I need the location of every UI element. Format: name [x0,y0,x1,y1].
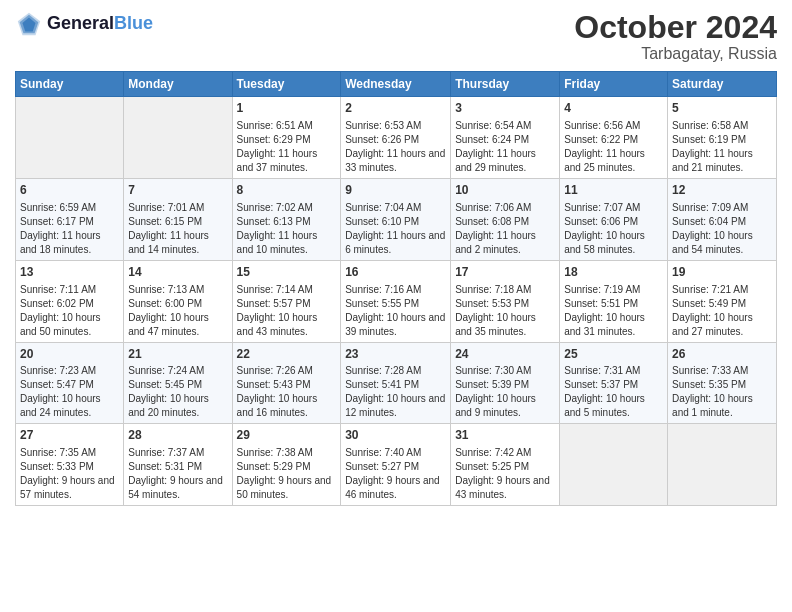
week-row-4: 27Sunrise: 7:35 AMSunset: 5:33 PMDayligh… [16,424,777,506]
day-number: 10 [455,182,555,199]
calendar-cell: 31Sunrise: 7:42 AMSunset: 5:25 PMDayligh… [451,424,560,506]
daylight-text: Daylight: 9 hours and 50 minutes. [237,475,332,500]
header-row: SundayMondayTuesdayWednesdayThursdayFrid… [16,72,777,97]
calendar-cell: 20Sunrise: 7:23 AMSunset: 5:47 PMDayligh… [16,342,124,424]
sunset-text: Sunset: 5:43 PM [237,379,311,390]
calendar-cell: 30Sunrise: 7:40 AMSunset: 5:27 PMDayligh… [341,424,451,506]
sunrise-text: Sunrise: 7:40 AM [345,447,421,458]
sunset-text: Sunset: 5:41 PM [345,379,419,390]
sunset-text: Sunset: 6:10 PM [345,216,419,227]
logo-icon [15,10,43,38]
day-header-saturday: Saturday [668,72,777,97]
day-number: 17 [455,264,555,281]
calendar-cell: 11Sunrise: 7:07 AMSunset: 6:06 PMDayligh… [560,178,668,260]
day-number: 26 [672,346,772,363]
sunrise-text: Sunrise: 7:38 AM [237,447,313,458]
sunrise-text: Sunrise: 6:54 AM [455,120,531,131]
daylight-text: Daylight: 11 hours and 21 minutes. [672,148,753,173]
calendar-cell: 9Sunrise: 7:04 AMSunset: 6:10 PMDaylight… [341,178,451,260]
day-number: 25 [564,346,663,363]
sunrise-text: Sunrise: 6:56 AM [564,120,640,131]
sunset-text: Sunset: 6:26 PM [345,134,419,145]
daylight-text: Daylight: 11 hours and 14 minutes. [128,230,209,255]
day-number: 5 [672,100,772,117]
day-number: 30 [345,427,446,444]
sunset-text: Sunset: 5:55 PM [345,298,419,309]
title-block: October 2024 Tarbagatay, Russia [574,10,777,63]
day-number: 8 [237,182,337,199]
daylight-text: Daylight: 10 hours and 35 minutes. [455,312,536,337]
daylight-text: Daylight: 10 hours and 54 minutes. [672,230,753,255]
sunrise-text: Sunrise: 7:02 AM [237,202,313,213]
calendar-cell: 21Sunrise: 7:24 AMSunset: 5:45 PMDayligh… [124,342,232,424]
location: Tarbagatay, Russia [574,45,777,63]
daylight-text: Daylight: 11 hours and 10 minutes. [237,230,318,255]
day-number: 27 [20,427,119,444]
daylight-text: Daylight: 10 hours and 9 minutes. [455,393,536,418]
sunset-text: Sunset: 6:29 PM [237,134,311,145]
sunrise-text: Sunrise: 7:09 AM [672,202,748,213]
calendar-cell: 7Sunrise: 7:01 AMSunset: 6:15 PMDaylight… [124,178,232,260]
sunrise-text: Sunrise: 7:35 AM [20,447,96,458]
sunset-text: Sunset: 5:27 PM [345,461,419,472]
sunrise-text: Sunrise: 7:31 AM [564,365,640,376]
daylight-text: Daylight: 10 hours and 16 minutes. [237,393,318,418]
sunrise-text: Sunrise: 6:59 AM [20,202,96,213]
daylight-text: Daylight: 10 hours and 1 minute. [672,393,753,418]
calendar-cell: 18Sunrise: 7:19 AMSunset: 5:51 PMDayligh… [560,260,668,342]
logo-text: GeneralBlue [47,14,153,34]
day-header-sunday: Sunday [16,72,124,97]
calendar-cell: 25Sunrise: 7:31 AMSunset: 5:37 PMDayligh… [560,342,668,424]
week-row-3: 20Sunrise: 7:23 AMSunset: 5:47 PMDayligh… [16,342,777,424]
day-number: 22 [237,346,337,363]
sunset-text: Sunset: 5:33 PM [20,461,94,472]
daylight-text: Daylight: 11 hours and 33 minutes. [345,148,445,173]
daylight-text: Daylight: 10 hours and 47 minutes. [128,312,209,337]
sunset-text: Sunset: 6:06 PM [564,216,638,227]
sunset-text: Sunset: 5:37 PM [564,379,638,390]
daylight-text: Daylight: 11 hours and 29 minutes. [455,148,536,173]
daylight-text: Daylight: 11 hours and 6 minutes. [345,230,445,255]
calendar-cell: 19Sunrise: 7:21 AMSunset: 5:49 PMDayligh… [668,260,777,342]
sunrise-text: Sunrise: 7:37 AM [128,447,204,458]
week-row-0: 1Sunrise: 6:51 AMSunset: 6:29 PMDaylight… [16,97,777,179]
day-header-tuesday: Tuesday [232,72,341,97]
daylight-text: Daylight: 9 hours and 43 minutes. [455,475,550,500]
sunrise-text: Sunrise: 6:51 AM [237,120,313,131]
day-number: 15 [237,264,337,281]
calendar-cell: 8Sunrise: 7:02 AMSunset: 6:13 PMDaylight… [232,178,341,260]
calendar-cell: 5Sunrise: 6:58 AMSunset: 6:19 PMDaylight… [668,97,777,179]
sunset-text: Sunset: 6:00 PM [128,298,202,309]
calendar-cell [16,97,124,179]
calendar-cell: 23Sunrise: 7:28 AMSunset: 5:41 PMDayligh… [341,342,451,424]
day-number: 9 [345,182,446,199]
day-number: 18 [564,264,663,281]
daylight-text: Daylight: 10 hours and 39 minutes. [345,312,445,337]
day-header-thursday: Thursday [451,72,560,97]
sunrise-text: Sunrise: 7:24 AM [128,365,204,376]
calendar-cell: 17Sunrise: 7:18 AMSunset: 5:53 PMDayligh… [451,260,560,342]
daylight-text: Daylight: 10 hours and 12 minutes. [345,393,445,418]
daylight-text: Daylight: 9 hours and 46 minutes. [345,475,440,500]
sunset-text: Sunset: 6:04 PM [672,216,746,227]
day-header-monday: Monday [124,72,232,97]
calendar-cell: 24Sunrise: 7:30 AMSunset: 5:39 PMDayligh… [451,342,560,424]
calendar-cell [560,424,668,506]
day-number: 7 [128,182,227,199]
day-number: 31 [455,427,555,444]
sunset-text: Sunset: 6:08 PM [455,216,529,227]
calendar-cell: 6Sunrise: 6:59 AMSunset: 6:17 PMDaylight… [16,178,124,260]
calendar-cell: 14Sunrise: 7:13 AMSunset: 6:00 PMDayligh… [124,260,232,342]
sunset-text: Sunset: 5:53 PM [455,298,529,309]
day-number: 19 [672,264,772,281]
calendar-cell [124,97,232,179]
sunset-text: Sunset: 5:39 PM [455,379,529,390]
day-number: 23 [345,346,446,363]
daylight-text: Daylight: 11 hours and 18 minutes. [20,230,101,255]
sunset-text: Sunset: 5:45 PM [128,379,202,390]
daylight-text: Daylight: 10 hours and 58 minutes. [564,230,645,255]
day-header-friday: Friday [560,72,668,97]
sunrise-text: Sunrise: 7:07 AM [564,202,640,213]
sunset-text: Sunset: 6:17 PM [20,216,94,227]
calendar-cell: 15Sunrise: 7:14 AMSunset: 5:57 PMDayligh… [232,260,341,342]
